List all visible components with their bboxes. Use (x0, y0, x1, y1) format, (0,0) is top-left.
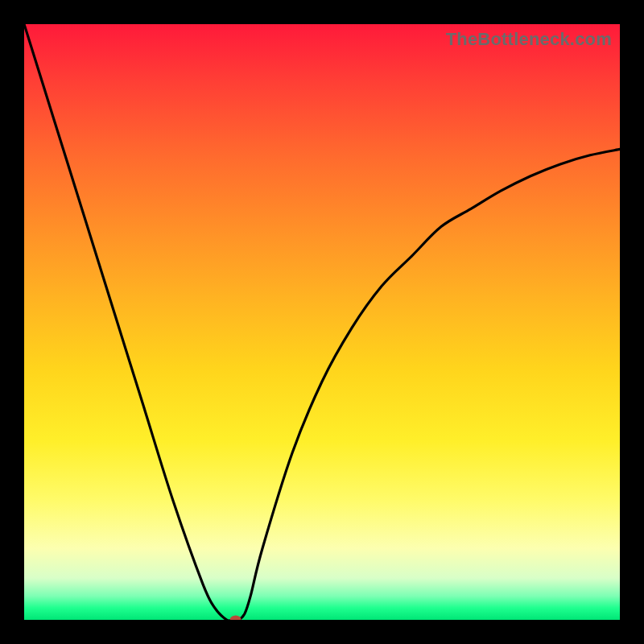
bottleneck-curve (24, 24, 620, 620)
chart-frame: TheBottleneck.com (0, 0, 644, 644)
curve-layer (24, 24, 620, 620)
plot-area: TheBottleneck.com (24, 24, 620, 620)
minimum-marker (230, 616, 242, 621)
